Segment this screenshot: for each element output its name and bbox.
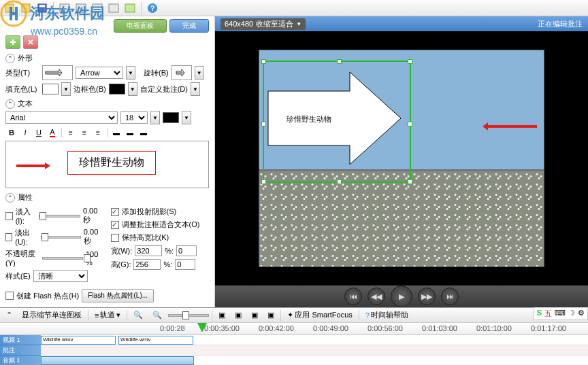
preview-canvas[interactable]: 珍惜野生动物: [215, 31, 588, 285]
rotate-dropdown[interactable]: ▼: [195, 66, 204, 80]
fontsize-dd[interactable]: ▼: [150, 111, 160, 124]
opacity-slider[interactable]: [42, 257, 83, 260]
toolbar-btn-1[interactable]: [3, 1, 16, 15]
anno-track[interactable]: [41, 345, 588, 355]
custom-dropdown[interactable]: ▼: [191, 82, 200, 96]
audio-clip[interactable]: [41, 356, 194, 365]
flash-props-btn[interactable]: Flash 热点属性(L)...: [82, 289, 154, 302]
preview-size-info[interactable]: 640x480 收缩至适合 ▼: [220, 18, 306, 30]
bold-btn[interactable]: B: [5, 126, 18, 139]
style-select[interactable]: 清晰: [33, 270, 88, 282]
fontcolor-btn[interactable]: A: [46, 126, 59, 139]
video-track[interactable]: Wildlife.wmv Wildlife.wmv: [41, 335, 588, 345]
type-label: 类型(T): [5, 68, 39, 78]
align-left-btn[interactable]: ≡: [65, 126, 77, 139]
clip[interactable]: Wildlife.wmv: [41, 336, 116, 345]
flash-cb[interactable]: [5, 292, 14, 300]
valign-bot-btn[interactable]: ▬: [137, 126, 150, 139]
shadow-cb[interactable]: [111, 208, 119, 216]
play-btn[interactable]: ▶: [391, 285, 412, 307]
tab-panel[interactable]: 电视面板: [114, 19, 167, 33]
save-icon[interactable]: [35, 1, 49, 15]
valign-mid-btn[interactable]: ▬: [124, 126, 136, 139]
prev-btn[interactable]: ⏮: [344, 288, 362, 305]
ime-s[interactable]: S: [537, 309, 542, 319]
tl-track[interactable]: ≡ 轨道 ▾: [91, 309, 124, 321]
border-dropdown[interactable]: ▼: [128, 82, 137, 96]
fadeout-cb[interactable]: [5, 233, 12, 241]
tl-smartfocus[interactable]: ✦ 应用 SmartFocus: [284, 309, 355, 321]
ratio-label: 保持高宽比(K): [122, 232, 169, 243]
type-select[interactable]: Arrow: [76, 67, 123, 79]
toolbar-btn-7[interactable]: [107, 1, 120, 15]
width-pct[interactable]: [176, 245, 197, 256]
style-label: 样式(E): [5, 271, 31, 281]
align-center-btn[interactable]: ≡: [78, 126, 91, 139]
toolbar-btn-4[interactable]: [58, 1, 71, 15]
svg-rect-12: [125, 4, 135, 12]
audio-track[interactable]: [41, 355, 588, 365]
border-color[interactable]: [109, 84, 125, 94]
playhead[interactable]: [197, 323, 207, 334]
clip[interactable]: Wildlife.wmv: [118, 336, 193, 345]
collapse-shape[interactable]: ⌃: [5, 54, 15, 63]
callout-shape[interactable]: 珍惜野生动物: [265, 71, 404, 166]
width-input[interactable]: [135, 245, 162, 256]
tl-showzoom[interactable]: 显示缩节单连图板: [18, 309, 85, 321]
text-input-area[interactable]: 珍惜野生动物: [5, 141, 209, 188]
red-arrow-annotation: [476, 122, 537, 131]
height-pct[interactable]: [175, 259, 195, 270]
tl-tool3[interactable]: ▣: [248, 309, 261, 321]
tl-tool4[interactable]: ▣: [264, 309, 278, 321]
tl-zoomin[interactable]: 🔍: [130, 309, 146, 321]
track-audio-label[interactable]: 音频 1: [0, 355, 41, 365]
fadeout-label: 淡出(U):: [15, 228, 38, 246]
align-right-btn[interactable]: ≡: [92, 126, 104, 139]
forward-btn[interactable]: ▶▶: [418, 288, 436, 305]
fontsize-select[interactable]: 18: [120, 111, 148, 124]
track-anno-label[interactable]: 批注: [0, 345, 41, 355]
type-dropdown[interactable]: ▼: [126, 66, 135, 80]
valign-top-btn[interactable]: ▬: [110, 126, 122, 139]
collapse-text[interactable]: ⌃: [5, 99, 15, 109]
ime-toolbar[interactable]: S 五 ⌨ ☽ ⚙: [534, 307, 588, 320]
fadein-cb[interactable]: [5, 212, 13, 220]
italic-btn[interactable]: I: [19, 126, 31, 139]
collapse-props[interactable]: ⌃: [5, 193, 15, 203]
image-birds: [259, 171, 544, 266]
ime-kb[interactable]: ⌨: [555, 309, 566, 319]
fadein-slider[interactable]: [39, 215, 80, 218]
adjust-cb[interactable]: [111, 221, 119, 229]
text-format-toolbar: B I U A ≡ ≡ ≡ ▬ ▬ ▬: [5, 126, 209, 139]
textcolor-dd[interactable]: ▼: [182, 111, 191, 124]
tl-tool2[interactable]: ▣: [231, 309, 245, 321]
ime-moon-icon[interactable]: ☽: [568, 309, 575, 319]
fadeout-slider[interactable]: [41, 236, 81, 239]
track-video-label[interactable]: 视频 1: [0, 335, 41, 345]
font-select[interactable]: Arial: [5, 111, 118, 124]
fill-dropdown[interactable]: ▼: [61, 82, 71, 96]
rewind-btn[interactable]: ◀◀: [368, 288, 385, 305]
tl-zoomout[interactable]: 🔍: [149, 309, 165, 321]
toolbar-btn-6[interactable]: [91, 1, 104, 15]
fill-color[interactable]: [42, 84, 59, 94]
ime-gear-icon[interactable]: ⚙: [578, 309, 585, 319]
add-button[interactable]: [5, 35, 20, 49]
underline-btn[interactable]: U: [33, 126, 45, 139]
tl-help[interactable]: ? 时间轴帮助: [362, 309, 412, 321]
ime-wu[interactable]: 五: [544, 309, 552, 319]
toolbar-btn-8[interactable]: [123, 1, 137, 15]
toolbar-btn-2[interactable]: [19, 1, 33, 15]
timeline-ruler[interactable]: 0:00:28 0:00:35:00 0:00:42:00 0:00:49:00…: [0, 323, 588, 335]
height-input[interactable]: [133, 259, 161, 270]
toolbar-btn-5[interactable]: [74, 1, 88, 15]
textcolor[interactable]: [163, 112, 179, 123]
tab-done[interactable]: 完成: [169, 19, 209, 33]
tl-tool1[interactable]: ▣: [215, 309, 229, 321]
delete-button[interactable]: [23, 35, 38, 49]
tl-zoom-slider[interactable]: [168, 314, 209, 317]
ratio-cb[interactable]: [111, 234, 119, 242]
next-btn[interactable]: ⏭: [441, 288, 459, 305]
tl-collapse[interactable]: ⌃: [3, 309, 16, 321]
help-icon[interactable]: ?: [146, 1, 159, 15]
